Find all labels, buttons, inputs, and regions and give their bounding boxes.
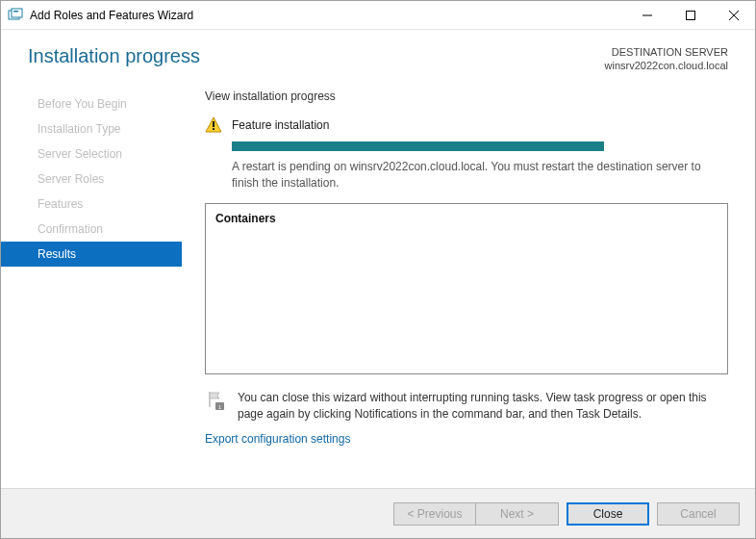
svg-rect-2 xyxy=(13,11,18,13)
titlebar: Add Roles and Features Wizard xyxy=(1,1,755,30)
svg-rect-9 xyxy=(213,128,214,130)
nav-server-selection: Server Selection xyxy=(1,141,182,167)
svg-line-5 xyxy=(729,11,739,20)
body: Before You Begin Installation Type Serve… xyxy=(1,82,755,488)
svg-text:1: 1 xyxy=(218,403,222,411)
page-title: Installation progress xyxy=(28,45,200,67)
wizard-nav: Before You Begin Installation Type Serve… xyxy=(1,82,182,488)
window-controls xyxy=(625,1,755,29)
export-config-link[interactable]: Export configuration settings xyxy=(205,432,728,446)
nav-installation-type: Installation Type xyxy=(1,116,182,141)
nav-before-you-begin: Before You Begin xyxy=(1,91,182,116)
features-listbox[interactable]: Containers xyxy=(205,203,728,374)
info-row: 1 You can close this wizard without inte… xyxy=(205,390,728,423)
nav-button-group: < Previous Next > xyxy=(393,502,559,526)
svg-rect-8 xyxy=(213,121,214,127)
destination-label: DESTINATION SERVER xyxy=(605,45,728,59)
install-label: Feature installation xyxy=(232,118,329,132)
destination-server-block: DESTINATION SERVER winsrv2022con.cloud.l… xyxy=(605,45,728,72)
previous-button: < Previous xyxy=(393,502,476,526)
content-pane: View installation progress Feature insta… xyxy=(182,82,755,488)
cancel-button: Cancel xyxy=(657,502,740,526)
svg-rect-1 xyxy=(12,9,22,17)
progress-fill xyxy=(232,141,604,151)
maximize-button[interactable] xyxy=(668,1,712,29)
window-title: Add Roles and Features Wizard xyxy=(30,9,625,22)
minimize-button[interactable] xyxy=(625,1,668,29)
app-icon xyxy=(7,7,24,24)
section-title: View installation progress xyxy=(205,90,728,103)
flag-icon: 1 xyxy=(205,390,226,411)
destination-server-name: winsrv2022con.cloud.local xyxy=(605,59,728,72)
footer: < Previous Next > Close Cancel xyxy=(1,488,755,538)
nav-confirmation: Confirmation xyxy=(1,217,182,242)
wizard-window: Add Roles and Features Wizard Installati… xyxy=(0,0,756,539)
install-status-row: Feature installation xyxy=(205,116,728,134)
svg-rect-4 xyxy=(686,11,694,19)
close-window-button[interactable] xyxy=(712,1,755,29)
nav-server-roles: Server Roles xyxy=(1,167,182,192)
feature-item: Containers xyxy=(215,212,718,225)
nav-features: Features xyxy=(1,192,182,217)
info-text: You can close this wizard without interr… xyxy=(238,390,728,423)
status-text: A restart is pending on winsrv2022con.cl… xyxy=(232,159,728,192)
progress-bar xyxy=(232,141,728,151)
warning-icon xyxy=(205,116,222,134)
nav-results[interactable]: Results xyxy=(1,242,182,267)
svg-line-6 xyxy=(729,11,739,20)
close-button[interactable]: Close xyxy=(567,502,649,526)
next-button: Next > xyxy=(476,502,559,526)
header: Installation progress DESTINATION SERVER… xyxy=(1,30,755,82)
